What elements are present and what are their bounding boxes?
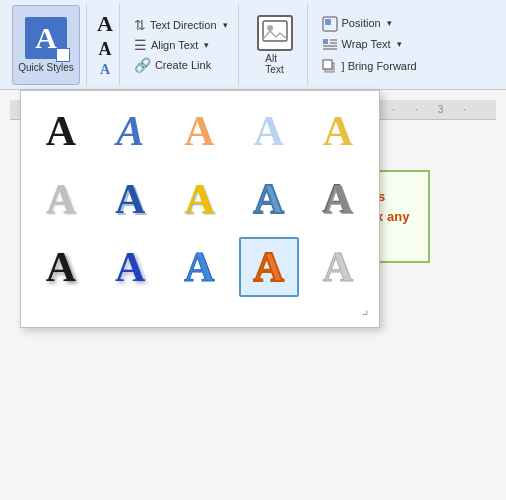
layout-buttons: Position ▾ Wrap Text ▾ [318,9,458,81]
text-direction-chevron: ▾ [223,20,228,30]
style-item-1[interactable]: A [31,101,91,161]
bring-forward-icon [322,57,338,74]
style-letter-10: A [323,178,353,220]
styles-grid: AAAAAAAAAAAAAAA [31,101,369,297]
svg-rect-4 [323,39,328,44]
quick-styles-button[interactable]: A Quick Styles [12,5,80,85]
bring-forward-button[interactable]: ] Bring Forward [318,55,458,76]
style-letter-14: A [253,246,283,288]
style-item-10[interactable]: A [308,169,368,229]
style-letter-8: A [184,178,214,220]
bring-forward-label: ] Bring Forward [342,60,417,72]
font-size-group: A A A [91,4,120,85]
style-letter-7: A [115,178,145,220]
style-letter-15: A [323,246,353,288]
style-letter-13: A [184,246,214,288]
popup-resize-handle[interactable]: ⌟ [31,301,369,317]
svg-rect-0 [263,21,287,41]
style-item-5[interactable]: A [308,101,368,161]
align-text-button[interactable]: ☰ Align Text ▾ [130,35,214,55]
style-item-11[interactable]: A [31,237,91,297]
toolbar: A Quick Styles A A A ⇅ Text Direction [0,0,506,90]
wrap-chevron: ▾ [397,39,402,49]
style-item-2[interactable]: A [100,101,160,161]
style-letter-11: A [46,246,76,288]
text-options-group: ⇅ Text Direction ▾ ☰ Align Text ▾ 🔗 Crea… [124,4,239,85]
style-letter-5: A [323,110,353,152]
style-item-6[interactable]: A [31,169,91,229]
align-chevron: ▾ [204,40,209,50]
position-label: Position [342,17,381,29]
align-text-icon: ☰ [134,37,147,53]
wrap-text-label: Wrap Text [342,38,391,50]
svg-rect-3 [325,19,331,25]
font-large-button[interactable]: A [97,11,113,37]
style-item-7[interactable]: A [100,169,160,229]
style-item-14[interactable]: A [239,237,299,297]
style-item-3[interactable]: A [169,101,229,161]
position-button[interactable]: Position ▾ [318,13,458,34]
style-letter-3: A [184,110,214,152]
font-small-button[interactable]: A [97,62,113,78]
align-text-label: Align Text [151,39,199,51]
align-text-row: ☰ Align Text ▾ [130,35,232,55]
layout-group: Position ▾ Wrap Text ▾ [312,4,464,85]
style-item-13[interactable]: A [169,237,229,297]
quick-styles-label: Quick Styles [18,62,74,73]
style-letter-9: A [253,178,283,220]
style-item-4[interactable]: A [239,101,299,161]
text-direction-icon: ⇅ [134,17,146,33]
alt-text-button[interactable]: AltText [249,10,301,80]
text-direction-button[interactable]: ⇅ Text Direction ▾ [130,15,232,35]
alt-text-icon [257,15,293,51]
toolbar-right: ⇅ Text Direction ▾ ☰ Align Text ▾ 🔗 Crea… [130,11,232,79]
svg-rect-10 [323,60,332,69]
font-medium-button[interactable]: A [97,39,113,60]
ruler-marks: 1 · · 3 · [367,104,466,115]
style-item-12[interactable]: A [100,237,160,297]
styles-popup: AAAAAAAAAAAAAAA ⌟ [20,90,380,328]
text-direction-row: ⇅ Text Direction ▾ [130,15,232,35]
style-letter-6: A [46,178,76,220]
wrap-text-button[interactable]: Wrap Text ▾ [318,34,458,55]
quick-styles-group: A Quick Styles [6,4,87,85]
alt-text-group: AltText [243,4,308,85]
style-letter-1: A [46,110,76,152]
alt-text-label: AltText [265,53,283,75]
text-direction-label: Text Direction [150,19,217,31]
style-letter-4: A [253,110,283,152]
style-letter-2: A [116,110,144,152]
link-icon: 🔗 [134,57,151,73]
style-item-8[interactable]: A [169,169,229,229]
quick-styles-icon: A [25,17,67,59]
create-link-button[interactable]: 🔗 Create Link [130,55,215,75]
wrap-text-icon [322,36,338,53]
create-link-row: 🔗 Create Link [130,55,232,75]
font-size-buttons: A A A [97,11,113,78]
style-item-15[interactable]: A [308,237,368,297]
position-icon [322,15,338,32]
create-link-label: Create Link [155,59,211,71]
style-letter-12: A [115,246,145,288]
style-item-9[interactable]: A [239,169,299,229]
position-chevron: ▾ [387,18,392,28]
